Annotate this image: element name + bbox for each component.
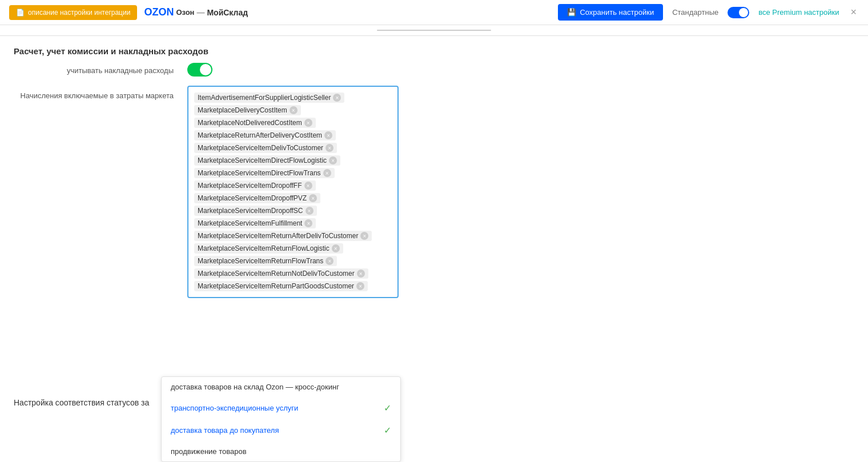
tag-label: MarketplaceServiceItemReturnFlowTrans — [198, 257, 323, 265]
tag-remove-btn[interactable]: × — [356, 282, 364, 290]
top-bar-right: 💾 Сохранить настройки Стандартные все Pr… — [558, 4, 859, 21]
tag-label: MarketplaceServiceItemDelivToCustomer — [198, 144, 323, 152]
separator: — — [196, 8, 204, 17]
tag-item: MarketplaceServiceItemFulfillment× — [194, 218, 316, 228]
premium-toggle-slider — [728, 7, 749, 18]
tag-label: MarketplaceServiceItemReturnAfterDelivTo… — [198, 232, 358, 240]
tag-remove-btn[interactable]: × — [306, 207, 314, 215]
content-area: учитывать накладные расходы Начисления в… — [0, 63, 868, 298]
bottom-section: Настройка соответствия статусов за — [0, 389, 163, 416]
tag-label: MarketplaceServiceItemDropoffSC — [198, 207, 303, 215]
tag-item: MarketplaceReturnAfterDeliveryCostItem× — [194, 130, 336, 140]
tag-item: ItemAdvertisementForSupplierLogisticSell… — [194, 93, 344, 103]
desc-btn-label: описание настройки интеграции — [28, 9, 130, 17]
tag-remove-btn[interactable]: × — [360, 232, 368, 240]
bottom-section-title: Настройка соответствия статусов за — [14, 398, 149, 407]
tag-label: MarketplaceServiceItemReturnPartGoodsCus… — [198, 282, 354, 290]
doc-icon: 📄 — [16, 9, 25, 17]
tag-label: MarketplaceReturnAfterDeliveryCostItem — [198, 131, 322, 139]
tag-remove-btn[interactable]: × — [326, 144, 333, 152]
premium-toggle[interactable] — [728, 7, 749, 18]
dropdown-item-label: продвижение товаров — [171, 447, 247, 456]
check-icon: ✓ — [384, 403, 391, 413]
tag-label: MarketplaceServiceItemDirectFlowLogistic — [198, 156, 327, 164]
tag-item: MarketplaceServiceItemDirectFlowTrans× — [194, 168, 335, 178]
tag-item: MarketplaceServiceItemReturnAfterDelivTo… — [194, 231, 372, 241]
ozon-logo: OZON Озон — МойСклад — [144, 6, 248, 18]
tag-label: MarketplaceDeliveryCostItem — [198, 106, 287, 114]
dropdown-item-label: транспортно-экспедиционные услуги — [171, 404, 298, 412]
tag-item: MarketplaceServiceItemDropoffPVZ× — [194, 193, 320, 203]
overhead-toggle[interactable] — [187, 63, 212, 77]
overhead-row: учитывать накладные расходы — [14, 63, 854, 77]
overhead-toggle-wrapper — [187, 63, 854, 77]
divider-line — [377, 30, 491, 31]
tag-remove-btn[interactable]: × — [304, 182, 312, 190]
tag-remove-btn[interactable]: × — [357, 270, 365, 278]
std-label: Стандартные — [672, 8, 718, 17]
tag-remove-btn[interactable]: × — [323, 169, 331, 177]
dropdown-item[interactable]: доставка товара до покупателя✓ — [162, 419, 400, 441]
section-header: Расчет, учет комиссии и накладных расход… — [0, 36, 868, 63]
save-button[interactable]: 💾 Сохранить настройки — [558, 4, 663, 21]
tag-remove-btn[interactable]: × — [329, 156, 337, 164]
tag-remove-btn[interactable]: × — [324, 131, 332, 139]
dropdown-item[interactable]: транспортно-экспедиционные услуги✓ — [162, 397, 400, 419]
check-icon: ✓ — [384, 425, 391, 436]
tag-label: MarketplaceServiceItemReturnNotDelivToCu… — [198, 270, 355, 278]
tag-item: MarketplaceServiceItemDropoffFF× — [194, 180, 316, 191]
top-bar: 📄 описание настройки интеграции OZON Озо… — [0, 0, 868, 25]
tag-remove-btn[interactable]: × — [326, 257, 333, 265]
tag-item: MarketplaceServiceItemDropoffSC× — [194, 206, 317, 216]
tag-item: MarketplaceServiceItemReturnFlowLogistic… — [194, 243, 343, 254]
premium-link[interactable]: все Premium настройки — [758, 8, 839, 17]
save-btn-label: Сохранить настройки — [580, 8, 654, 17]
moy-sklad: МойСклад — [207, 8, 248, 17]
tag-label: MarketplaceServiceItemDropoffPVZ — [198, 194, 307, 202]
tag-remove-btn[interactable]: × — [332, 244, 340, 252]
tag-remove-btn[interactable]: × — [290, 106, 298, 114]
tag-remove-btn[interactable]: × — [309, 194, 317, 202]
dropdown-menu: доставка товаров на склад Ozon — кросс-д… — [161, 376, 401, 462]
tag-item: MarketplaceServiceItemReturnPartGoodsCus… — [194, 281, 368, 291]
dropdown-item[interactable]: продвижение товаров — [162, 441, 400, 461]
tag-label: MarketplaceServiceItemReturnFlowLogistic — [198, 244, 329, 252]
dropdown-item[interactable]: доставка товаров на склад Ozon — кросс-д… — [162, 377, 400, 397]
tag-item: MarketplaceServiceItemDelivToCustomer× — [194, 143, 337, 153]
tag-item: MarketplaceServiceItemDirectFlowLogistic… — [194, 155, 340, 166]
divider-row — [0, 25, 868, 36]
tag-item: MarketplaceNotDeliveredCostItem× — [194, 118, 316, 128]
section-title: Расчет, учет комиссии и накладных расход… — [14, 46, 208, 56]
charges-label: Начисления включаемые в затраты маркета — [14, 86, 174, 100]
save-icon: 💾 — [567, 8, 576, 17]
tag-label: MarketplaceServiceItemDropoffFF — [198, 182, 302, 190]
top-bar-left: 📄 описание настройки интеграции OZON Озо… — [9, 5, 248, 20]
charges-row: Начисления включаемые в затраты маркета … — [14, 86, 854, 298]
tag-label: MarketplaceNotDeliveredCostItem — [198, 119, 302, 127]
ozon-brand: OZON — [144, 6, 174, 18]
close-button[interactable]: × — [848, 4, 859, 21]
tag-remove-btn[interactable]: × — [304, 219, 312, 227]
tags-wrapper: ItemAdvertisementForSupplierLogisticSell… — [187, 86, 854, 298]
tag-item: MarketplaceServiceItemReturnFlowTrans× — [194, 256, 337, 266]
tag-item: MarketplaceServiceItemReturnNotDelivToCu… — [194, 268, 368, 279]
desc-btn[interactable]: 📄 описание настройки интеграции — [9, 5, 137, 20]
tag-label: MarketplaceServiceItemFulfillment — [198, 219, 302, 227]
tag-item: MarketplaceDeliveryCostItem× — [194, 105, 301, 115]
tag-label: ItemAdvertisementForSupplierLogisticSell… — [198, 94, 331, 102]
tag-remove-btn[interactable]: × — [304, 119, 312, 127]
overhead-label: учитывать накладные расходы — [14, 63, 174, 75]
ozon-label: Озон — [176, 8, 194, 17]
overhead-toggle-slider — [187, 63, 212, 77]
tag-remove-btn[interactable]: × — [333, 94, 341, 102]
tags-container[interactable]: ItemAdvertisementForSupplierLogisticSell… — [187, 86, 399, 298]
dropdown-item-label: доставка товаров на склад Ozon — кросс-д… — [171, 383, 339, 391]
dropdown-item-label: доставка товара до покупателя — [171, 426, 279, 435]
tag-label: MarketplaceServiceItemDirectFlowTrans — [198, 169, 321, 177]
